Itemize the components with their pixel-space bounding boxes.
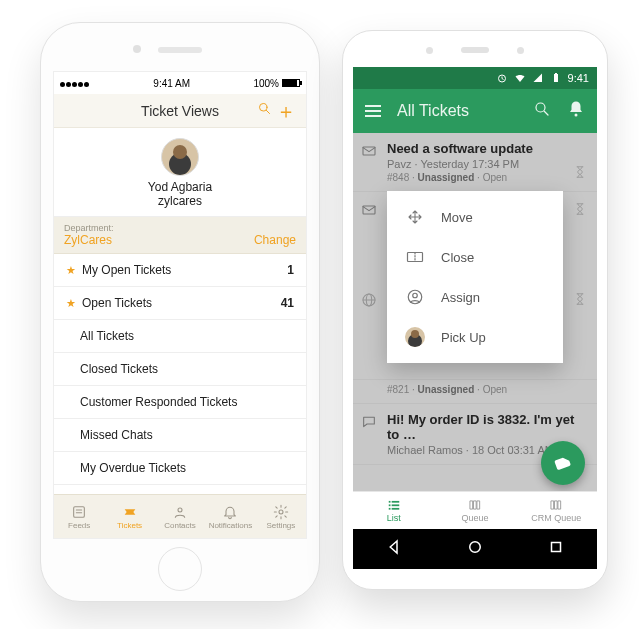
context-menu: Move Close Assign Pick Up bbox=[387, 191, 563, 363]
tab-settings[interactable]: Settings bbox=[256, 495, 306, 538]
view-row-closed[interactable]: Closed Tickets bbox=[54, 353, 306, 386]
view-row-my-open[interactable]: ★My Open Tickets 1 bbox=[54, 254, 306, 287]
queue-icon bbox=[467, 498, 483, 512]
add-icon[interactable]: ＋ bbox=[276, 101, 296, 121]
svg-point-10 bbox=[536, 103, 545, 112]
view-row-my-overdue[interactable]: My Overdue Tickets bbox=[54, 452, 306, 485]
view-count: 1 bbox=[287, 263, 294, 277]
svg-rect-35 bbox=[552, 543, 561, 552]
svg-line-1 bbox=[266, 110, 269, 113]
tab-label: Notifications bbox=[209, 521, 253, 530]
view-count: 41 bbox=[281, 296, 294, 310]
status-time: 9:41 bbox=[568, 72, 589, 84]
avatar-icon bbox=[405, 327, 425, 347]
svg-rect-28 bbox=[470, 501, 472, 509]
view-row-missed-chats[interactable]: Missed Chats bbox=[54, 419, 306, 452]
tab-list[interactable]: List bbox=[353, 492, 434, 529]
signal-icon bbox=[532, 72, 544, 84]
android-screen: 9:41 All Tickets Need a software update … bbox=[353, 67, 597, 569]
view-label: My Overdue Tickets bbox=[80, 461, 186, 475]
tab-label: Tickets bbox=[117, 521, 142, 530]
svg-rect-25 bbox=[391, 504, 399, 506]
iphone-home-button[interactable] bbox=[158, 547, 202, 591]
profile-name: Yod Agbaria bbox=[54, 180, 306, 194]
android-app-bar: All Tickets bbox=[353, 89, 597, 133]
bell-icon[interactable] bbox=[567, 100, 585, 122]
queue-icon bbox=[548, 498, 564, 512]
svg-rect-2 bbox=[74, 506, 85, 517]
svg-point-21 bbox=[413, 293, 418, 298]
status-time: 9:41 AM bbox=[153, 78, 190, 89]
svg-rect-32 bbox=[555, 501, 557, 509]
tab-notifications[interactable]: Notifications bbox=[205, 495, 255, 538]
tab-queue[interactable]: Queue bbox=[434, 492, 515, 529]
view-row-open[interactable]: ★Open Tickets 41 bbox=[54, 287, 306, 320]
svg-rect-33 bbox=[559, 501, 561, 509]
view-label: Open Tickets bbox=[82, 296, 152, 310]
menu-item-move[interactable]: Move bbox=[387, 197, 563, 237]
tab-label: CRM Queue bbox=[531, 513, 581, 523]
feeds-icon bbox=[71, 504, 87, 520]
svg-rect-26 bbox=[388, 508, 390, 510]
nav-back-button[interactable] bbox=[385, 538, 403, 560]
android-nav-bar bbox=[353, 529, 597, 569]
tab-label: Settings bbox=[266, 521, 295, 530]
alarm-icon bbox=[496, 72, 508, 84]
nav-home-button[interactable] bbox=[466, 538, 484, 560]
menu-item-assign[interactable]: Assign bbox=[387, 277, 563, 317]
ticket-icon bbox=[405, 251, 425, 263]
avatar[interactable] bbox=[161, 138, 199, 176]
ticket-plus-icon bbox=[553, 453, 573, 473]
tab-tickets[interactable]: Tickets bbox=[104, 495, 154, 538]
department-value: ZylCares bbox=[64, 233, 114, 247]
view-row-customer-responded[interactable]: Customer Responded Tickets bbox=[54, 386, 306, 419]
svg-rect-30 bbox=[477, 501, 479, 509]
tab-label: Contacts bbox=[164, 521, 196, 530]
wifi-icon bbox=[514, 72, 526, 84]
fab-new-ticket[interactable] bbox=[541, 441, 585, 485]
ios-nav-bar: Ticket Views ＋ bbox=[54, 94, 306, 128]
ticket-views-list: ★My Open Tickets 1 ★Open Tickets 41 All … bbox=[54, 254, 306, 518]
iphone-camera-dot bbox=[133, 45, 141, 53]
svg-point-6 bbox=[279, 510, 283, 514]
ios-tab-bar: Feeds Tickets Contacts Notifications Set… bbox=[54, 494, 306, 538]
android-bottom-tabs: List Queue CRM Queue bbox=[353, 491, 597, 529]
search-icon[interactable] bbox=[533, 100, 551, 122]
menu-label: Close bbox=[441, 250, 474, 265]
svg-point-34 bbox=[470, 542, 481, 553]
hamburger-icon[interactable] bbox=[365, 102, 381, 120]
svg-rect-27 bbox=[391, 508, 399, 510]
assign-icon bbox=[405, 288, 425, 306]
tab-contacts[interactable]: Contacts bbox=[155, 495, 205, 538]
svg-rect-8 bbox=[554, 74, 558, 82]
battery-icon bbox=[550, 72, 562, 84]
view-label: My Open Tickets bbox=[82, 263, 171, 277]
profile-card: Yod Agbaria zylcares bbox=[54, 128, 306, 217]
department-label: Department: bbox=[64, 223, 114, 233]
tab-label: Queue bbox=[461, 513, 488, 523]
battery-percent: 100% bbox=[253, 78, 279, 89]
svg-rect-31 bbox=[552, 501, 554, 509]
profile-org: zylcares bbox=[54, 194, 306, 208]
search-icon[interactable] bbox=[257, 101, 272, 120]
view-row-all[interactable]: All Tickets bbox=[54, 320, 306, 353]
iphone-screen: 9:41 AM 100% Ticket Views ＋ Yod Agbaria … bbox=[53, 71, 307, 539]
ticket-list: Need a software update Pavz · Yesterday … bbox=[353, 133, 597, 491]
svg-point-0 bbox=[260, 104, 268, 112]
tab-label: List bbox=[387, 513, 401, 523]
star-icon: ★ bbox=[66, 297, 76, 310]
signal-dots-icon bbox=[60, 78, 90, 89]
change-department-link[interactable]: Change bbox=[254, 233, 296, 247]
nav-recents-button[interactable] bbox=[547, 538, 565, 560]
department-bar: Department: ZylCares Change bbox=[54, 217, 306, 254]
svg-rect-9 bbox=[555, 73, 557, 74]
tickets-icon bbox=[122, 504, 138, 520]
svg-rect-29 bbox=[474, 501, 476, 509]
bell-icon bbox=[222, 504, 238, 520]
menu-item-close[interactable]: Close bbox=[387, 237, 563, 277]
menu-item-pickup[interactable]: Pick Up bbox=[387, 317, 563, 357]
svg-point-12 bbox=[575, 114, 578, 117]
tab-feeds[interactable]: Feeds bbox=[54, 495, 104, 538]
tab-crm-queue[interactable]: CRM Queue bbox=[516, 492, 597, 529]
view-label: Missed Chats bbox=[80, 428, 153, 442]
